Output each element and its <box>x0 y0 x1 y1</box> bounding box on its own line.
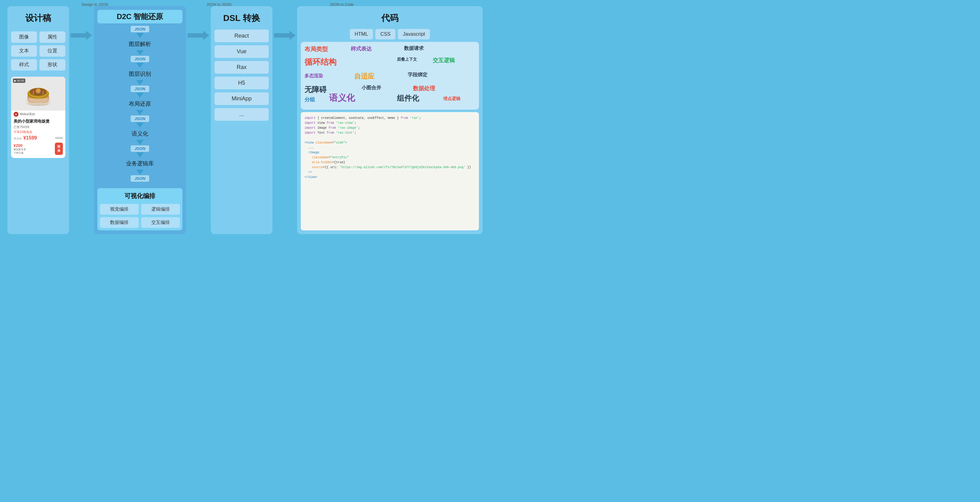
json-badge-3: JSON <box>130 116 149 122</box>
editor-grid: 视觉编排 逻辑编排 数据编排 交互编排 <box>100 204 180 228</box>
wc-sprite: 小图合并 <box>361 85 381 91</box>
code-line-3: import Text from 'rax-text'; <box>304 130 475 135</box>
wc-component: 组件化 <box>397 93 419 103</box>
wc-data-req: 数据请求 <box>404 45 424 52</box>
design-tags-grid: 图像 属性 文本 位置 样式 形状 <box>11 32 65 70</box>
flow-arrow-0 <box>136 33 143 38</box>
product-discount: 可享24期免息 <box>11 130 65 135</box>
code-line-8: className="entryPic" <box>304 155 475 160</box>
code-line-2: import Image from 'rax-image'; <box>304 126 475 130</box>
design-tag-text: 文本 <box>11 45 37 57</box>
dsl-option-react[interactable]: React <box>215 30 269 42</box>
grab-coupon-button[interactable]: 抢 券 <box>55 143 63 155</box>
brand-logo: M <box>14 112 19 117</box>
flow-arrow-2 <box>136 63 143 68</box>
wc-data-proc: 数据处理 <box>413 85 435 92</box>
price-old: ¥5999 <box>55 137 63 140</box>
wc-interact: 交互逻辑 <box>433 57 455 64</box>
flow-step-1: 图层识别 <box>129 68 151 79</box>
dsl-option-more[interactable]: ... <box>215 108 269 121</box>
svg-rect-9 <box>26 98 51 105</box>
code-tag-js: Javascript <box>398 29 430 40</box>
svg-marker-12 <box>274 31 296 40</box>
code-line-7: <Image <box>304 150 475 155</box>
d2c-editor-section: 可视化编排 视觉编排 逻辑编排 数据编排 交互编排 <box>97 188 183 230</box>
code-line-9: aria-hidden={true} <box>304 160 475 165</box>
wc-field: 字段绑定 <box>408 72 428 78</box>
code-section: 代码 HTML CSS Javascript 布局类型 样式表达 数据请求 循环… <box>297 6 483 234</box>
price-label: 券后价 <box>14 137 22 140</box>
flow-step-2: 布局还原 <box>129 98 151 109</box>
design-title: 设计稿 <box>11 10 65 27</box>
code-tag-html: HTML <box>350 29 373 40</box>
d2c-section: D2C 智能还原 JSON 图层解析 JSON 图层识别 JSON 布局还原 J… <box>94 6 186 234</box>
flow-arrow-6 <box>136 122 143 127</box>
design-section: 设计稿 图像 属性 文本 位置 样式 形状 ▶ 00:35 <box>7 6 69 234</box>
coupon-amount: ¥200 <box>14 143 26 148</box>
video-badge: ▶ 00:35 <box>13 79 25 83</box>
json-badge-4: JSON <box>130 145 149 152</box>
price-row: 券后价 ¥1599 ¥5999 <box>11 135 65 141</box>
d2c-flow: JSON 图层解析 JSON 图层识别 JSON 布局还原 JSON 语义化 J… <box>97 26 183 187</box>
design-tag-shape: 形状 <box>40 59 65 70</box>
price-new: ¥1599 <box>23 135 37 140</box>
design-tag-image: 图像 <box>11 32 37 43</box>
design-tag-style: 样式 <box>11 59 37 70</box>
editor-interact: 交互编排 <box>141 217 180 228</box>
arrow-2 <box>186 6 211 40</box>
code-line-6: ... <box>304 145 475 150</box>
editor-visual: 视觉编排 <box>100 204 139 214</box>
json-badge-2: JSON <box>130 86 149 92</box>
code-line-12: </View> <box>304 175 475 180</box>
code-title: 代码 <box>301 10 479 27</box>
arrow-right-2 <box>188 31 209 40</box>
dsl-title: DSL 转换 <box>223 10 260 27</box>
wc-layout: 布局类型 <box>304 45 328 53</box>
wc-semantic: 语义化 <box>329 92 355 104</box>
dsl-option-rax[interactable]: Rax <box>215 61 269 74</box>
wc-adapt: 自适应 <box>354 72 374 81</box>
wc-poly: 多态渲染 <box>304 73 323 79</box>
code-tags-row: HTML CSS Javascript <box>301 29 479 40</box>
flow-arrow-8 <box>136 153 143 157</box>
arrow-right-1 <box>71 31 92 40</box>
coupon-info: ¥200 聚划算专享 下单立减 <box>14 143 26 155</box>
flow-arrow-3 <box>136 80 143 85</box>
product-image-area: ▶ 00:35 <box>11 77 65 111</box>
d2c-bottom-title: 可视化编排 <box>100 191 180 202</box>
product-sold: 已售7543件 <box>11 125 65 130</box>
flow-step-0: 图层解析 <box>129 38 151 49</box>
dsl-option-h5[interactable]: H5 <box>215 77 269 89</box>
dsl-option-miniapp[interactable]: MiniApp <box>215 92 269 105</box>
arrow-1 <box>69 6 94 40</box>
dsl-option-vue[interactable]: Vue <box>215 45 269 58</box>
wc-style: 样式表达 <box>351 45 372 52</box>
code-line-1: import View from 'rax-view'; <box>304 121 475 126</box>
dsl-section: DSL 转换 React Vue Rax H5 MiniApp ... <box>211 6 272 234</box>
code-line-5: <View className="side"> <box>304 140 475 145</box>
wc-stack: 层叠上下文 <box>397 57 417 62</box>
arrow-3 <box>272 6 297 40</box>
code-block: import { createElement, useState, useEff… <box>301 112 479 230</box>
flow-arrow-1 <box>136 50 143 55</box>
svg-marker-11 <box>188 31 209 40</box>
flow-step-3: 语义化 <box>132 128 148 139</box>
json-badge-0: JSON <box>130 26 149 32</box>
flow-arrow-5 <box>136 110 143 115</box>
svg-point-8 <box>37 89 40 92</box>
json-badge-1: JSON <box>130 56 149 62</box>
flow-arrow-9 <box>136 170 143 175</box>
svg-marker-10 <box>71 31 92 40</box>
coupon-row: ¥200 聚划算专享 下单立减 抢 券 <box>11 142 65 156</box>
main-container: Design to JSON JSON to JSON JSON to Code… <box>0 0 490 251</box>
code-tag-css: CSS <box>375 29 395 40</box>
d2c-title: D2C 智能还原 <box>97 10 183 24</box>
flow-arrow-4 <box>136 93 143 98</box>
editor-logic: 逻辑编排 <box>141 204 180 214</box>
product-card: ▶ 00:35 <box>11 77 65 158</box>
code-line-4 <box>304 135 475 140</box>
design-tag-pos: 位置 <box>40 45 65 57</box>
arrow-right-3 <box>274 31 296 40</box>
wc-group: 分组 <box>304 96 315 103</box>
code-line-0: import { createElement, useState, useEff… <box>304 116 475 121</box>
